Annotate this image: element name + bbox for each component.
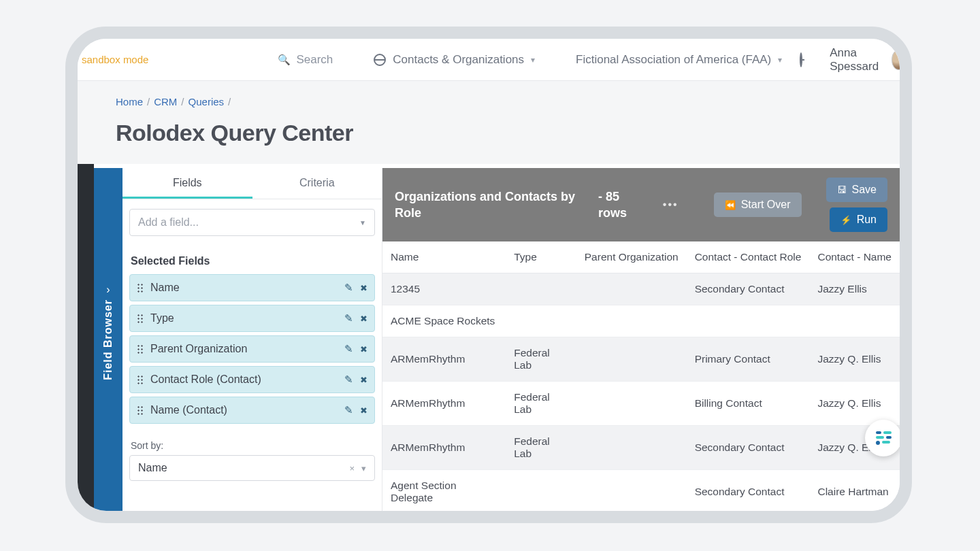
chevron-down-icon: ▾	[531, 55, 535, 65]
selected-field-item[interactable]: Parent Organization	[129, 335, 375, 363]
drag-handle-icon[interactable]	[137, 314, 144, 323]
nav-label: Contacts & Organizations	[393, 53, 524, 67]
cell: Federal Lab	[506, 426, 576, 470]
cell	[687, 305, 810, 337]
chevron-right-icon: ›	[106, 284, 110, 296]
page-header: Home / CRM / Queries / Rolodex Query Cen…	[78, 81, 900, 164]
field-label: Type	[150, 312, 174, 324]
add-field-placeholder: Add a field...	[138, 216, 199, 229]
table-row[interactable]: ARMemRhythmFederal LabSecondary ContactJ…	[382, 426, 900, 470]
edit-icon[interactable]	[344, 282, 353, 294]
selected-field-item[interactable]: Type	[129, 305, 375, 332]
cell: Jazzy Q. Ellis	[809, 382, 900, 426]
user-menu[interactable]: Anna Spessard ▾	[830, 46, 900, 73]
save-button[interactable]: Save	[826, 178, 887, 202]
remove-icon[interactable]	[360, 373, 368, 386]
search-placeholder: Search	[296, 53, 333, 67]
bolt-icon	[840, 214, 851, 226]
history-icon[interactable]	[800, 52, 802, 67]
search-input[interactable]: Search	[278, 53, 333, 67]
remove-icon[interactable]	[360, 312, 368, 324]
chevron-down-icon: ▾	[361, 463, 366, 473]
widget-icon	[876, 431, 892, 445]
page-title: Rolodex Query Center	[116, 120, 879, 146]
table-row[interactable]: Agent Section DelegateSecondary ContactC…	[382, 470, 900, 512]
remove-icon[interactable]	[360, 343, 368, 355]
sort-by-label: Sort by:	[131, 440, 375, 451]
table-row[interactable]: ACME Space Rockets	[382, 305, 900, 337]
add-field-select[interactable]: Add a field... ▼	[129, 209, 375, 236]
globe-icon	[374, 54, 386, 66]
selected-field-item[interactable]: Name (Contact)	[129, 397, 375, 424]
tab-fields[interactable]: Fields	[122, 168, 252, 199]
table-row[interactable]: 12345Secondary ContactJazzy Ellis	[382, 273, 900, 305]
table-row[interactable]: ARMemRhythmFederal LabPrimary ContactJaz…	[382, 337, 900, 382]
user-name: Anna Spessard	[830, 46, 884, 73]
breadcrumb-crm[interactable]: CRM	[154, 96, 177, 107]
edit-icon[interactable]	[344, 343, 353, 355]
help-widget[interactable]	[865, 420, 900, 456]
edit-icon[interactable]	[344, 373, 353, 386]
remove-icon[interactable]	[360, 404, 368, 416]
button-label: Start Over	[741, 199, 791, 211]
remove-icon[interactable]	[360, 282, 368, 294]
fields-panel: Fields Criteria Add a field... ▼ Selecte…	[122, 168, 382, 511]
column-header[interactable]: Contact - Name	[809, 241, 900, 273]
drag-handle-icon[interactable]	[137, 344, 144, 354]
drag-handle-icon[interactable]	[137, 283, 144, 293]
start-over-button[interactable]: Start Over	[714, 193, 802, 217]
nav-label: Fictional Association of America (FAA)	[576, 53, 771, 67]
column-header[interactable]: Contact - Contact Role	[687, 241, 810, 273]
breadcrumb: Home / CRM / Queries /	[116, 96, 879, 107]
edit-icon[interactable]	[344, 404, 353, 416]
cell: ARMemRhythm	[382, 382, 506, 426]
field-browser-toggle[interactable]: › Field Browser	[94, 168, 122, 511]
column-header[interactable]: Name	[382, 241, 506, 273]
table-row[interactable]: ARMemRhythmFederal LabBilling ContactJaz…	[382, 382, 900, 426]
search-icon	[278, 53, 291, 67]
field-label: Name	[150, 282, 180, 294]
cell: Secondary Contact	[687, 426, 810, 470]
sandbox-mode-label: sandbox mode	[80, 54, 148, 65]
sort-value: Name	[138, 462, 167, 474]
cell	[576, 426, 687, 470]
results-table: NameTypeParent OrganizationContact - Con…	[382, 241, 900, 511]
cell: Jazzy Ellis	[809, 273, 900, 305]
cell: Secondary Contact	[687, 273, 810, 305]
cell: ARMemRhythm	[382, 426, 506, 470]
field-label: Contact Role (Contact)	[150, 373, 261, 386]
selected-field-item[interactable]: Contact Role (Contact)	[129, 366, 375, 393]
cell	[506, 305, 576, 337]
cell	[809, 305, 900, 337]
nav-contacts-organizations[interactable]: Contacts & Organizations ▾	[374, 53, 535, 67]
cell: ACME Space Rockets	[382, 305, 506, 337]
column-header[interactable]: Type	[506, 241, 576, 273]
drag-handle-icon[interactable]	[137, 405, 144, 415]
panel-tabs: Fields Criteria	[122, 168, 382, 199]
chevron-down-icon: ▼	[359, 219, 366, 227]
breadcrumb-home[interactable]: Home	[116, 96, 143, 107]
cell	[506, 273, 576, 305]
field-label: Name (Contact)	[150, 404, 227, 416]
edit-icon[interactable]	[344, 312, 353, 324]
breadcrumb-queries[interactable]: Queries	[189, 96, 225, 107]
selected-field-item[interactable]: Name	[129, 274, 375, 301]
cell: Billing Contact	[687, 382, 810, 426]
nav-association-picker[interactable]: Fictional Association of America (FAA) ▾	[576, 53, 782, 67]
save-icon	[837, 184, 847, 196]
cell: Claire Hartman	[809, 470, 900, 512]
cell	[576, 470, 687, 512]
cell: Agent Section Delegate	[382, 470, 506, 512]
tab-criteria[interactable]: Criteria	[252, 168, 382, 199]
clear-icon[interactable]: ×	[349, 463, 355, 473]
cell	[576, 273, 687, 305]
cell: Federal Lab	[506, 337, 576, 382]
drag-handle-icon[interactable]	[137, 375, 144, 384]
button-label: Save	[852, 184, 877, 196]
cell: Jazzy Q. Ellis	[809, 337, 900, 382]
chevron-down-icon: ▾	[778, 55, 782, 65]
column-header[interactable]: Parent Organization	[576, 241, 687, 273]
more-menu[interactable]: •••	[663, 199, 679, 211]
run-button[interactable]: Run	[830, 207, 887, 232]
sort-by-select[interactable]: Name × ▾	[129, 455, 375, 481]
